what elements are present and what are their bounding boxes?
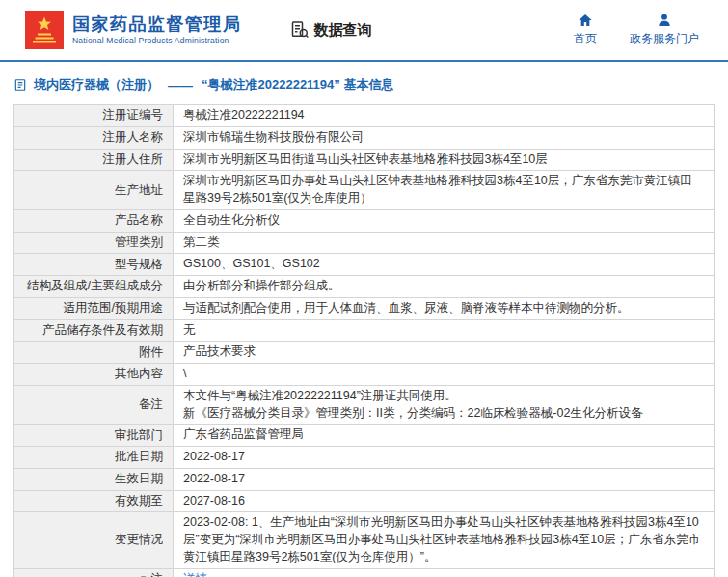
field-label: 生效日期 [14, 468, 174, 490]
field-label: 备注 [14, 385, 174, 425]
person-icon [657, 13, 672, 28]
field-label: 变更情况 [14, 512, 174, 568]
table-row: 附件 产品技术要求 [14, 342, 715, 364]
field-label: 附件 [14, 342, 174, 364]
field-value: 全自动生化分析仪 [174, 209, 715, 232]
field-label: 产品名称 [14, 209, 174, 232]
field-label: 注册证编号 [14, 105, 174, 127]
field-value: 2027-08-16 [174, 490, 715, 512]
field-value: 2023-02-08: 1、生产地址由“深圳市光明新区马田办事处马山头社区钟表基… [174, 512, 715, 568]
field-label-text: 注 [151, 572, 164, 577]
field-value: 粤械注准20222221194 [174, 105, 715, 127]
data-query-label: 数据查询 [314, 21, 372, 40]
field-value: 深圳市光明新区马田办事处马山头社区钟表基地格雅科技园3栋4至10层；广东省东莞市… [174, 171, 715, 210]
field-label: 型号规格 [14, 254, 174, 276]
field-label: 管理类别 [14, 232, 174, 254]
table-row: 产品名称 全自动生化分析仪 [14, 209, 715, 232]
table-row: 其他内容 \ [14, 364, 715, 386]
field-value: 本文件与“粤械注准20222221194”注册证共同使用。 新《医疗器械分类目录… [174, 385, 715, 425]
table-row: 产品储存条件及有效期 无 [14, 319, 715, 342]
table-row: 审批部门 广东省药品监督管理局 [14, 425, 715, 447]
field-value: 产品技术要求 [174, 342, 715, 364]
table-row: 备注 本文件与“粤械注准20222221194”注册证共同使用。 新《医疗器械分… [14, 385, 715, 425]
nav-home-label: 首页 [574, 31, 597, 47]
field-label: 注册人住所 [14, 149, 174, 171]
breadcrumb-title: “粤械注准20222221194” 基本信息 [202, 76, 393, 94]
field-value: 2022-08-17 [174, 447, 715, 469]
details-link[interactable]: 详情 [183, 572, 207, 577]
field-value: 深圳市光明新区马田街道马山头社区钟表基地格雅科技园3栋4至10层 [174, 149, 715, 171]
field-value: 广东省药品监督管理局 [174, 425, 715, 447]
document-icon [13, 78, 27, 92]
nav-portal-label: 政务服务门户 [630, 31, 699, 47]
org-title-block: 国家药品监督管理局 National Medical Products Admi… [72, 14, 242, 46]
table-row: 管理类别 第二类 [14, 232, 715, 254]
field-value: 由分析部分和操作部分组成。 [174, 276, 715, 298]
table-row: 结构及组成/主要组成成分 由分析部分和操作部分组成。 [14, 276, 715, 298]
nmpa-emblem-logo[interactable] [25, 11, 64, 49]
breadcrumb: 境内医疗器械（注册） —— “粤械注准20222221194” 基本信息 [0, 62, 728, 104]
table-row: 生产地址 深圳市光明新区马田办事处马山头社区钟表基地格雅科技园3栋4至10层；广… [14, 171, 715, 210]
table-row: 适用范围/预期用途 与适配试剂配合使用，用于人体血清、血浆、尿液、脑脊液等样本中… [14, 297, 715, 319]
nav-item-portal[interactable]: 政务服务门户 [630, 13, 699, 47]
field-label: 有效期至 [14, 490, 174, 512]
registration-info-table: 注册证编号 粤械注准20222221194 注册人名称 深圳市锦瑞生物科技股份有… [13, 104, 715, 577]
field-label: 其他内容 [14, 364, 174, 386]
home-icon [578, 13, 593, 28]
field-label: ◉注 [14, 568, 174, 577]
field-label: 生产地址 [14, 171, 174, 210]
field-label: 适用范围/预期用途 [14, 297, 174, 319]
field-value: 2022-08-17 [174, 468, 715, 490]
nav-item-home[interactable]: 首页 [574, 13, 597, 47]
table-row: 注册人住所 深圳市光明新区马田街道马山头社区钟表基地格雅科技园3栋4至10层 [14, 149, 715, 171]
table-row: ◉注 详情 [14, 568, 715, 577]
org-name-en: National Medical Products Administration [72, 36, 242, 45]
field-value: \ [174, 364, 715, 386]
table-row: 型号规格 GS100、GS101、GS102 [14, 254, 715, 276]
data-query-icon [290, 20, 310, 40]
table-row: 批准日期 2022-08-17 [14, 447, 715, 469]
data-query-section[interactable]: 数据查询 [290, 20, 372, 40]
field-value: 深圳市锦瑞生物科技股份有限公司 [174, 126, 715, 149]
field-value: 无 [174, 319, 715, 342]
field-value: 第二类 [174, 232, 715, 254]
table-row: 变更情况 2023-02-08: 1、生产地址由“深圳市光明新区马田办事处马山头… [14, 512, 715, 568]
site-header: 国家药品监督管理局 National Medical Products Admi… [0, 0, 728, 60]
field-value: 与适配试剂配合使用，用于人体血清、血浆、尿液、脑脊液等样本中待测物的分析。 [174, 297, 715, 319]
field-value: GS100、GS101、GS102 [174, 254, 715, 276]
table-row: 注册人名称 深圳市锦瑞生物科技股份有限公司 [14, 126, 715, 149]
table-row: 生效日期 2022-08-17 [14, 468, 715, 490]
table-row: 注册证编号 粤械注准20222221194 [14, 105, 715, 127]
org-name-cn: 国家药品监督管理局 [72, 14, 242, 35]
top-nav: 首页 政务服务门户 [574, 13, 703, 47]
table-row: 有效期至 2027-08-16 [14, 490, 715, 512]
field-label: 注册人名称 [14, 126, 174, 149]
breadcrumb-dash: —— [168, 78, 193, 93]
note-bullet-icon: ◉ [139, 573, 148, 577]
field-value: 详情 [174, 568, 715, 577]
field-label: 结构及组成/主要组成成分 [14, 276, 174, 298]
field-label: 产品储存条件及有效期 [14, 319, 174, 342]
field-label: 审批部门 [14, 425, 174, 447]
field-label: 批准日期 [14, 447, 174, 469]
breadcrumb-section: 境内医疗器械（注册） [34, 76, 159, 94]
